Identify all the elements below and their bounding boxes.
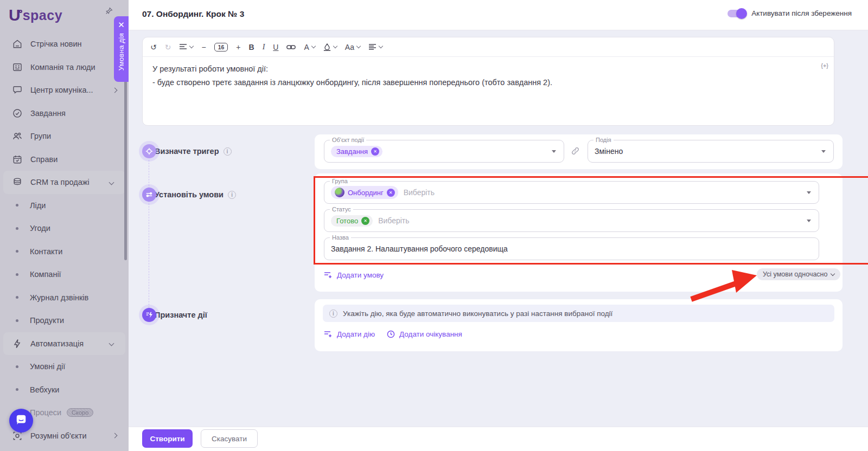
trigger-step-icon [142, 144, 156, 158]
link-icon[interactable] [286, 44, 296, 50]
editor-line: - буде створено третє завдання із ланцюж… [152, 76, 824, 89]
drawer-backdrop[interactable] [0, 0, 129, 451]
redo-icon[interactable]: ↻ [165, 43, 171, 51]
editor-toolbar: ↺ ↻ − 16 + B I U A Aa [143, 37, 834, 57]
italic-button[interactable]: I [263, 43, 265, 51]
stepper-connector [149, 160, 149, 308]
info-icon[interactable]: i [224, 147, 232, 156]
chevron-down-icon [189, 44, 194, 48]
editor-line: У результаті роботи умовної дії: [152, 62, 824, 76]
step-conditions-label: Установіть умови i [155, 188, 236, 202]
topbar: 07. Онбординг. Крок № 3 Активувати після… [129, 0, 868, 30]
annotation-arrow [688, 269, 758, 302]
drawer-tab-label: Умовна дія [117, 33, 125, 70]
editor-body[interactable]: {+} У результаті роботи умовної дії: - б… [143, 57, 834, 95]
underline-button[interactable]: U [273, 43, 278, 51]
step-trigger-label: Визначте тригер i [155, 144, 232, 158]
text-color-button[interactable]: A [304, 43, 315, 51]
close-icon[interactable]: ✕ [118, 21, 125, 29]
actions-info-banner: i Укажіть дію, яка буде автоматично вико… [323, 305, 834, 322]
chat-icon [15, 414, 27, 428]
conditions-step-icon [142, 188, 156, 202]
font-size-value[interactable]: 16 [214, 43, 228, 51]
activate-after-save: Активувати після збереження [727, 9, 852, 17]
dropdown-arrow-icon[interactable] [821, 150, 826, 153]
drawer-tab-conditional-action[interactable]: ✕ Умовна дія [114, 16, 129, 82]
insert-variable-icon[interactable]: {+} [821, 59, 828, 73]
info-icon[interactable]: i [228, 191, 236, 199]
chevron-down-icon [356, 44, 361, 48]
chip-remove-icon[interactable]: ✕ [371, 147, 379, 156]
field-label: Об'єкт події [330, 137, 366, 143]
create-button[interactable]: Створити [142, 429, 193, 448]
chat-widget-button[interactable] [9, 409, 33, 433]
text-case-button[interactable]: Aa [345, 43, 360, 51]
info-icon: i [329, 310, 337, 318]
chevron-down-icon [831, 271, 835, 275]
highlight-color-button[interactable] [323, 43, 337, 51]
bold-button[interactable]: B [249, 43, 254, 51]
event-object-select[interactable]: Об'єкт події Завдання ✕ [324, 140, 564, 163]
font-size-increase-button[interactable]: + [236, 43, 240, 51]
event-select[interactable]: Подія Змінено [588, 140, 834, 163]
dropdown-arrow-icon[interactable] [552, 150, 556, 153]
font-size-decrease-button[interactable]: − [201, 43, 206, 51]
add-action-button[interactable]: Додати дію [324, 330, 375, 338]
actions-panel: i Укажіть дію, яка буде автоматично вико… [315, 299, 843, 351]
cancel-button[interactable]: Скасувати [201, 429, 258, 448]
add-condition-button[interactable]: Додати умову [324, 271, 384, 279]
annotation-rectangle [314, 176, 868, 265]
link-fields-icon [571, 146, 580, 158]
main-panel: 07. Онбординг. Крок № 3 Активувати після… [129, 0, 868, 451]
actions-step-icon [142, 308, 156, 322]
add-wait-button[interactable]: Додати очікування [387, 330, 462, 338]
undo-icon[interactable]: ↺ [150, 43, 157, 51]
conditions-mode-dropdown[interactable]: Усі умови одночасно [757, 268, 840, 280]
line-spacing-button[interactable] [179, 44, 193, 50]
step-actions-label: Призначте дії [155, 308, 207, 322]
align-button[interactable] [368, 44, 382, 50]
selected-chip: Завдання ✕ [331, 146, 382, 157]
chevron-down-icon [311, 44, 316, 48]
field-label: Подія [593, 137, 614, 143]
activate-toggle[interactable] [727, 10, 746, 17]
chevron-down-icon [379, 44, 383, 48]
page-title: 07. Онбординг. Крок № 3 [142, 9, 244, 19]
chevron-down-icon [333, 44, 337, 48]
trigger-panel: Об'єкт події Завдання ✕ Подія Змінено [315, 134, 843, 169]
footer-bar: Створити Скасувати [129, 427, 868, 451]
description-editor[interactable]: ↺ ↻ − 16 + B I U A Aa [142, 37, 834, 126]
activate-toggle-label: Активувати після збереження [751, 9, 852, 17]
